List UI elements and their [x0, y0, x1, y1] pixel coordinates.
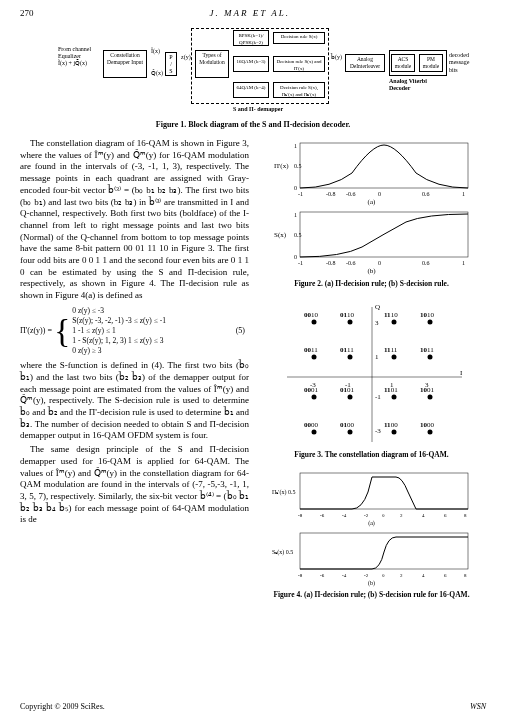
figure-2-caption: Figure 2. (a) Π-decision rule; (b) S-dec… — [257, 279, 486, 289]
svg-text:0.5: 0.5 — [294, 232, 302, 238]
svg-text:-3: -3 — [375, 427, 381, 435]
left-column: The constellation diagram of 16-QAM is s… — [20, 138, 249, 608]
16qam-box: 16QAM (k=3) — [233, 56, 269, 72]
figure-4-caption: Figure 4. (a) Π-decision rule; (b) S-dec… — [257, 590, 486, 600]
s-pi-demapper-label: S and Π- demapper — [233, 106, 283, 114]
pm-module-box: PM module — [419, 54, 443, 72]
fig4a-label: (a) — [257, 520, 486, 528]
svg-text:0: 0 — [378, 260, 381, 266]
constellation-point — [391, 395, 396, 400]
svg-text:-6: -6 — [320, 513, 325, 518]
svg-text:0: 0 — [382, 573, 385, 578]
constellation-point — [391, 355, 396, 360]
svg-text:4: 4 — [422, 513, 425, 518]
zy-label: z(y) — [181, 54, 191, 62]
figure-2b-chart: S(x) 1 0.5 0 -1-0.8-0.6 00.61 — [272, 207, 472, 267]
page-header: 270 J. MAR ET AL. — [20, 8, 486, 20]
constellation-label: 1001 — [420, 386, 435, 394]
svg-text:-1: -1 — [375, 393, 381, 401]
constellation-label: 1101 — [384, 386, 398, 394]
deinterleaver-box: Analog DeInterleaver — [345, 54, 385, 72]
svg-text:8: 8 — [464, 513, 467, 518]
svg-text:6: 6 — [444, 513, 447, 518]
svg-text:4: 4 — [422, 573, 425, 578]
svg-text:1: 1 — [294, 212, 297, 218]
q-axis-label: Q — [375, 303, 380, 311]
decision-rule-3-box: Decision rule S(x), Π₁'(x) and Π₂'(x) — [273, 82, 325, 98]
constellation-point — [427, 395, 432, 400]
eq5-lhs: Π'(z(y)) = — [20, 326, 52, 336]
constellation-label: 0011 — [304, 346, 318, 354]
fig4a-ylabel: Π₁'(x) 0.5 — [272, 489, 295, 496]
i-axis-label: I — [460, 369, 463, 377]
svg-text:3: 3 — [375, 319, 379, 327]
constellation-label: 1011 — [420, 346, 434, 354]
constellation-point — [311, 320, 316, 325]
fig4b-label: (b) — [257, 580, 486, 588]
paragraph-1: The constellation diagram of 16-QAM is s… — [20, 138, 249, 302]
decision-rule-1-box: Decision rule S(x) — [273, 32, 325, 44]
constellation-label: 0010 — [304, 311, 319, 319]
constellation-label: 0101 — [340, 386, 355, 394]
ps-box: P / S — [165, 52, 177, 76]
constellation-label: 1111 — [384, 346, 398, 354]
constellation-point — [347, 395, 352, 400]
svg-text:0: 0 — [378, 191, 381, 197]
svg-rect-30 — [300, 473, 468, 509]
eq5-row5: 0 z(y) ≥ 3 — [72, 346, 101, 355]
constellation-label: 1010 — [420, 311, 435, 319]
figure-4b-chart: S₁(x) 0.5 -8-6-4-2 02468 — [272, 528, 472, 580]
svg-text:-1: -1 — [298, 260, 303, 266]
64qam-box: 64QAM (k=4) — [233, 82, 269, 98]
input-signal-label: Ĩ(x) + jQ̃(x) — [58, 60, 87, 68]
eq5-row4: 1 - S(z(y); 1, 2, 3) 1 ≤ z(y) ≤ 3 — [72, 336, 163, 345]
figure-4a-chart: Π₁'(x) 0.5 -8-6-4-2 02468 — [272, 468, 472, 520]
fig4b-ylabel: S₁(x) 0.5 — [272, 549, 293, 556]
constellation-point — [311, 355, 316, 360]
svg-text:8: 8 — [464, 573, 467, 578]
two-column-body: The constellation diagram of 16-QAM is s… — [20, 138, 486, 608]
svg-text:-4: -4 — [342, 573, 347, 578]
svg-rect-0 — [300, 143, 468, 188]
decision-rule-2-box: Decision rule S(x) and Π'(x) — [273, 56, 325, 72]
eq5-row3: 1 -1 ≤ z(y) ≤ 1 — [72, 326, 115, 335]
svg-text:2: 2 — [400, 513, 403, 518]
right-column: Π'(x) 1 0.5 0 -1-0.8-0.6 00.61 (a) S(x) … — [257, 138, 486, 608]
svg-text:-1: -1 — [298, 191, 303, 197]
svg-text:-4: -4 — [342, 513, 347, 518]
figure-1-block-diagram: From channel Equalizer Ĩ(x) + jQ̃(x) Con… — [73, 26, 433, 116]
constellation-point — [311, 430, 316, 435]
types-modulation-box: Types of Modulation — [195, 50, 229, 78]
fig2b-ylabel: S(x) — [274, 231, 287, 239]
constellation-point — [427, 430, 432, 435]
acs-module-box: ACS module — [391, 54, 415, 72]
constellation-point — [391, 430, 396, 435]
eq5-row1: 0 z(y) ≤ -3 — [72, 306, 104, 315]
author-header: J. MAR ET AL. — [210, 8, 290, 20]
paragraph-3: The same design principle of the S and Π… — [20, 444, 249, 526]
constellation-label: 0111 — [340, 346, 354, 354]
fig2a-label: (a) — [257, 198, 486, 207]
svg-text:0.6: 0.6 — [422, 260, 430, 266]
constellation-label: 1110 — [384, 311, 398, 319]
bpsk-qpsk-box: BPSK(k=1)/ QPSK(k=2) — [233, 30, 269, 46]
constellation-label: 0001 — [304, 386, 319, 394]
constellation-point — [347, 320, 352, 325]
constellation-label: 0000 — [304, 421, 319, 429]
b-hat-label: b̂(y) — [331, 54, 342, 62]
page-number: 270 — [20, 8, 34, 20]
svg-text:6: 6 — [444, 573, 447, 578]
svg-text:-0.6: -0.6 — [346, 260, 356, 266]
constellation-label: 0100 — [340, 421, 355, 429]
svg-text:0.5: 0.5 — [294, 163, 302, 169]
qx-label: Q̂(x) — [151, 70, 163, 78]
decoded-bits-label: decoded message bits — [449, 52, 477, 75]
svg-text:1: 1 — [294, 143, 297, 149]
paragraph-2: where the S-function is defined in (4). … — [20, 360, 249, 442]
figure-3-constellation: Q I 3 1 -1 -3 -3 -1 1 3 0010011011101010… — [272, 297, 472, 447]
constellation-demapper-box: Constellation Demapper Input — [103, 50, 147, 78]
eq5-row2: S(z(y); -3, -2, -1) -3 ≤ z(y) ≤ -1 — [72, 316, 166, 325]
svg-text:-0.6: -0.6 — [346, 191, 356, 197]
constellation-label: 1000 — [420, 421, 435, 429]
constellation-point — [427, 320, 432, 325]
